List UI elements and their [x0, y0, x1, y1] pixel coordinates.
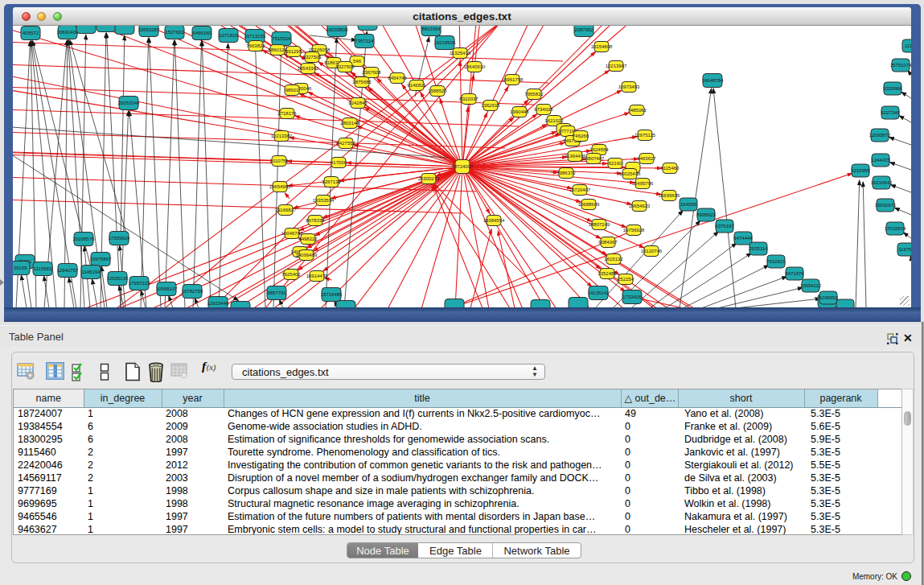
svg-text:9115460: 9115460 [661, 166, 680, 171]
svg-text:1588520: 1588520 [428, 89, 447, 93]
svg-text:9857791: 9857791 [267, 290, 286, 295]
svg-text:16961758: 16961758 [502, 77, 524, 82]
svg-text:746266: 746266 [573, 134, 589, 138]
svg-text:11325419: 11325419 [450, 51, 471, 56]
svg-text:2803144: 2803144 [340, 121, 359, 126]
svg-text:1244415: 1244415 [871, 158, 890, 163]
svg-text:2718176: 2718176 [277, 111, 297, 116]
svg-text:7632621: 7632621 [766, 259, 786, 264]
svg-text:6379197: 6379197 [715, 224, 734, 229]
svg-text:1615132: 1615132 [604, 257, 623, 262]
svg-text:16648784: 16648784 [702, 78, 724, 83]
svg-text:1145194: 1145194 [82, 270, 101, 274]
svg-text:12923446: 12923446 [207, 301, 229, 306]
svg-text:8938923: 8938923 [696, 212, 716, 217]
svg-text:8454749: 8454749 [388, 76, 407, 80]
svg-text:10688609: 10688609 [578, 202, 600, 207]
svg-text:1115682: 1115682 [34, 266, 52, 271]
svg-text:2367608: 2367608 [362, 70, 381, 75]
svg-text:7357224: 7357224 [355, 39, 374, 43]
svg-text:9474444: 9474444 [733, 236, 753, 241]
svg-text:1990448: 1990448 [510, 109, 529, 114]
svg-text:9327508: 9327508 [335, 64, 355, 69]
svg-text:18724007: 18724007 [452, 164, 474, 169]
svg-text:16782759: 16782759 [182, 289, 203, 294]
svg-text:8427552: 8427552 [336, 141, 355, 146]
svg-text:405572: 405572 [23, 31, 39, 35]
svg-text:9329966: 9329966 [883, 86, 902, 91]
svg-text:16713155: 16713155 [244, 34, 266, 39]
svg-text:391295: 391295 [285, 49, 302, 54]
svg-text:20691406: 20691406 [57, 30, 79, 35]
svg-text:39159: 39159 [14, 266, 27, 270]
svg-text:17957223: 17957223 [129, 281, 150, 286]
svg-text:8322037: 8322037 [459, 97, 478, 101]
svg-text:1527602: 1527602 [165, 30, 184, 35]
svg-text:15640910: 15640910 [464, 64, 486, 69]
svg-text:4498222: 4498222 [298, 237, 318, 241]
svg-text:10958107: 10958107 [156, 286, 178, 291]
svg-text:7986372: 7986372 [556, 171, 576, 175]
svg-text:1010755: 1010755 [269, 159, 289, 163]
svg-text:12505135: 12505135 [107, 276, 129, 281]
svg-text:1352485: 1352485 [598, 271, 617, 276]
svg-text:16914479: 16914479 [306, 274, 328, 278]
svg-text:10975867: 10975867 [90, 257, 112, 262]
svg-text:1362615: 1362615 [481, 103, 500, 108]
svg-text:10025438: 10025438 [619, 171, 641, 176]
svg-text:12213382: 12213382 [271, 134, 293, 138]
svg-text:10973493: 10973493 [618, 84, 640, 89]
svg-text:1733426: 1733426 [622, 295, 642, 299]
svg-text:15720407: 15720407 [569, 187, 591, 192]
svg-text:9227349: 9227349 [881, 110, 900, 115]
svg-text:62160: 62160 [609, 161, 622, 166]
svg-text:19218506: 19218506 [434, 40, 456, 45]
svg-text:6734028: 6734028 [534, 107, 553, 112]
svg-text:116753: 116753 [898, 247, 911, 252]
svg-text:10154808: 10154808 [591, 44, 613, 49]
svg-text:9463627: 9463627 [637, 156, 656, 161]
svg-text:8860124: 8860124 [268, 47, 287, 52]
svg-text:10807487: 10807487 [583, 156, 605, 161]
svg-text:1071915: 1071915 [219, 33, 238, 38]
svg-text:7955812: 7955812 [524, 92, 544, 97]
svg-text:13353594: 13353594 [313, 198, 335, 203]
svg-text:12975115: 12975115 [634, 133, 656, 138]
svg-text:3875685: 3875685 [352, 80, 372, 84]
svg-text:12213967: 12213967 [606, 64, 627, 68]
svg-text:16543362: 16543362 [298, 66, 319, 71]
svg-text:164095: 164095 [680, 202, 697, 207]
svg-text:19166827: 19166827 [275, 208, 297, 212]
svg-text:1624554: 1624554 [589, 147, 609, 152]
svg-text:9327509: 9327509 [302, 55, 322, 60]
svg-text:8813054: 8813054 [421, 27, 441, 31]
svg-text:19384554: 19384554 [483, 218, 505, 223]
svg-text:12942757: 12942757 [57, 268, 79, 273]
svg-text:11123: 11123 [905, 43, 911, 48]
svg-text:15751074: 15751074 [890, 63, 911, 68]
svg-text:3215955: 3215955 [851, 168, 870, 173]
svg-text:19756928: 19756928 [623, 228, 645, 233]
svg-text:252254: 252254 [618, 277, 634, 282]
svg-text:417006: 417006 [331, 160, 347, 165]
svg-text:15716485: 15716485 [321, 292, 343, 297]
svg-text:546: 546 [353, 59, 362, 64]
svg-text:10653287: 10653287 [138, 27, 160, 32]
svg-text:14136141: 14136141 [588, 290, 610, 295]
svg-text:20206576: 20206576 [73, 237, 95, 241]
svg-text:7625402: 7625402 [281, 272, 301, 277]
svg-text:19654985: 19654985 [269, 184, 291, 189]
svg-text:10699695: 10699695 [659, 193, 680, 198]
svg-text:15495796: 15495796 [632, 181, 654, 186]
svg-text:15692971: 15692971 [875, 203, 897, 208]
svg-text:16120746: 16120746 [641, 249, 663, 253]
svg-text:10046788: 10046788 [281, 231, 303, 236]
svg-text:7515526: 7515526 [272, 36, 291, 41]
svg-text:2935114: 2935114 [749, 246, 769, 251]
svg-text:19654923: 19654923 [629, 204, 651, 208]
svg-text:7485063: 7485063 [627, 108, 647, 113]
svg-text:3267130: 3267130 [322, 179, 341, 184]
svg-text:8678334: 8678334 [306, 218, 325, 223]
svg-text:18807249: 18807249 [589, 222, 610, 227]
svg-text:14099489: 14099489 [296, 253, 318, 257]
